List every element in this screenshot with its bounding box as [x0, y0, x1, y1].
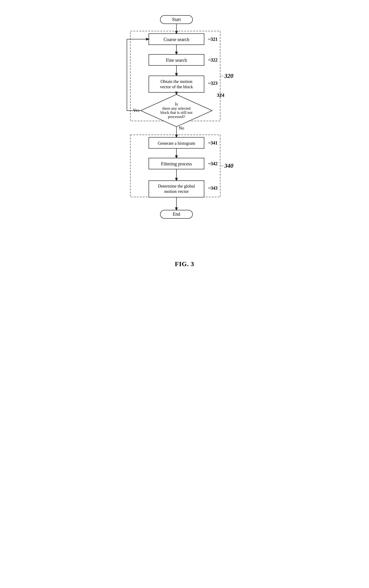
- svg-text:vector of the block: vector of the block: [160, 84, 193, 89]
- svg-text:Obtain the motion: Obtain the motion: [161, 79, 193, 84]
- label-340: 340: [224, 162, 233, 169]
- svg-text:block that is still not: block that is still not: [161, 110, 193, 115]
- svg-text:~341: ~341: [208, 140, 217, 145]
- svg-text:Coarse search: Coarse search: [164, 37, 189, 42]
- svg-text:Yes: Yes: [133, 108, 139, 113]
- label-320: 320: [224, 72, 233, 79]
- svg-text:324: 324: [217, 92, 224, 98]
- svg-text:Determine the global: Determine the global: [158, 184, 195, 188]
- svg-text:processed?: processed?: [168, 114, 185, 119]
- svg-text:Fine search: Fine search: [166, 58, 187, 63]
- svg-text:~343: ~343: [208, 186, 217, 191]
- svg-text:Filtering process: Filtering process: [161, 161, 192, 166]
- svg-text:Is: Is: [175, 102, 178, 106]
- flowchart-svg: StartCoarse search~321Fine search~322Obt…: [118, 11, 251, 253]
- svg-text:~322: ~322: [208, 57, 217, 62]
- fig-caption: FIG. 3: [175, 260, 194, 268]
- svg-rect-10: [149, 76, 204, 93]
- svg-text:~342: ~342: [208, 161, 217, 166]
- svg-text:~323: ~323: [208, 81, 217, 86]
- svg-text:End: End: [173, 212, 180, 217]
- svg-text:~321: ~321: [208, 37, 217, 42]
- svg-text:there any selected: there any selected: [162, 106, 191, 111]
- svg-text:Start: Start: [172, 17, 181, 22]
- svg-text:No: No: [179, 125, 184, 130]
- svg-text:motion vector: motion vector: [164, 189, 189, 194]
- page: StartCoarse search~321Fine search~322Obt…: [113, 5, 256, 277]
- svg-text:Generate a histogram: Generate a histogram: [158, 141, 195, 146]
